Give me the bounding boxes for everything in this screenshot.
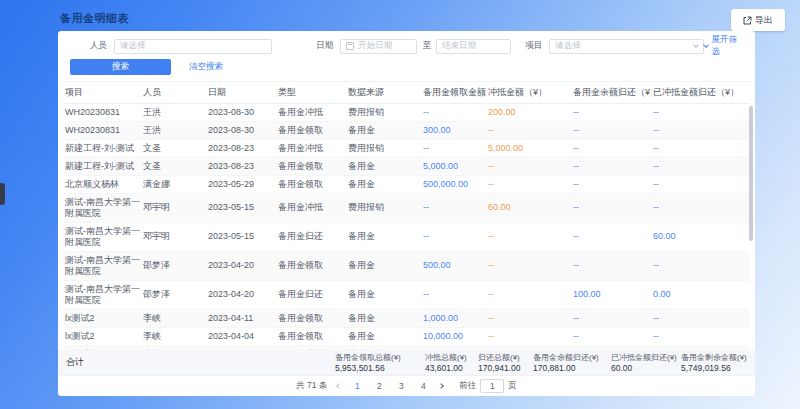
table-row[interactable]: WH20230831王洪2023-08-30备用金领取备用金300.00----… (64, 121, 749, 139)
cell-col-0: WH20230831 (64, 103, 142, 121)
summary-item-value: 5,953,501.56 (335, 363, 425, 373)
cell-col-7: -- (572, 251, 652, 280)
cell-col-8: -- (652, 157, 749, 175)
cell-col-8: -- (652, 103, 749, 121)
page-button-2[interactable]: 2 (373, 381, 385, 391)
cell-col-3: 备用金冲抵 (277, 103, 347, 121)
page-button-3[interactable]: 3 (395, 381, 407, 391)
person-select[interactable]: 请选择 (114, 39, 272, 54)
cell-col-7: -- (572, 309, 652, 327)
cell-col-2: 2023-08-23 (207, 157, 277, 175)
export-button-label: 导出 (755, 14, 773, 27)
chevron-left-icon (337, 383, 343, 389)
column-header-1: 人员 (142, 82, 207, 103)
cell-col-7: -- (572, 345, 652, 350)
table-row[interactable]: 测试-南昌大学第一附属医院邓宇明2023-05-15备用金归还备用金------… (64, 222, 749, 251)
cell-col-7: -- (572, 157, 652, 175)
summary-row: 合计 备用金领取总额(¥)5,953,501.56冲抵总额(¥)43,601.0… (58, 350, 755, 376)
chevron-down-icon (703, 42, 709, 48)
goto-page-input[interactable] (480, 379, 504, 393)
table-row[interactable]: WH20230831王洪2023-08-30备用金冲抵费用报销--200.00-… (64, 103, 749, 121)
person-select-placeholder: 请选择 (120, 40, 146, 52)
summary-item-label: 备用金领取总额(¥) (335, 353, 425, 362)
date-range-separator: 至 (422, 40, 431, 52)
expand-filters-link[interactable]: 展开筛选 (704, 34, 746, 58)
start-date-input[interactable]: 开始日期 (340, 39, 417, 54)
cell-col-8: -- (652, 327, 749, 345)
cell-col-5: 500.00 (422, 251, 487, 280)
summary-item-5: 备用金剩余金额(¥)5,749,019.56 (681, 353, 749, 373)
cell-col-8: -- (652, 309, 749, 327)
cell-col-7: -- (572, 193, 652, 222)
cell-col-6: -- (487, 157, 572, 175)
scrollbar[interactable] (749, 106, 753, 241)
search-button[interactable]: 搜索 (70, 59, 171, 75)
total-count: 共 71 条 (296, 380, 327, 392)
cell-col-6: -- (487, 121, 572, 139)
cell-col-1: 邓宇明 (142, 222, 207, 251)
table-row[interactable]: lx测试2李峡2023-04-11备用金领取备用金1,000.00------ (64, 309, 749, 327)
next-page-button[interactable] (436, 381, 446, 391)
summary-item-1: 冲抵总额(¥)43,601.00 (425, 353, 478, 373)
cell-col-8: 0.00 (652, 280, 749, 309)
table-row[interactable]: 测试-南昌大学第一附属医院邓宇明2023-05-15备用金冲抵费用报销--60.… (64, 193, 749, 222)
cell-col-2: 2023-04-20 (207, 251, 277, 280)
cell-col-7: -- (572, 103, 652, 121)
clear-search-link[interactable]: 清空搜索 (189, 61, 223, 73)
cell-col-2: 2023-08-30 (207, 103, 277, 121)
cell-col-1: 邵梦泽 (142, 251, 207, 280)
table-row[interactable]: 测试-南昌大学第一附属医院邵梦泽2023-04-20备用金领取备用金500.00… (64, 251, 749, 280)
cell-col-7: -- (572, 327, 652, 345)
cell-col-0: WH20230831 (64, 121, 142, 139)
project-select[interactable]: 请选择 (549, 39, 703, 54)
table-row[interactable]: 新建工程-刘-测试文圣2023-08-23备用金领取备用金5,000.00---… (64, 157, 749, 175)
cell-col-5: 1,000.00 (422, 309, 487, 327)
goto-prefix-label: 前往 (459, 380, 476, 392)
prev-page-button[interactable] (334, 381, 344, 391)
cell-col-8: -- (652, 175, 749, 193)
cell-col-0: 测试-南昌大学第一附属医院 (64, 222, 142, 251)
petty-cash-table: 项目人员日期类型数据来源备用金领取金额（¥）冲抵金额（¥）备用金余额归还（¥）已… (64, 82, 749, 350)
cell-col-5: -- (422, 280, 487, 309)
cell-col-5: -- (422, 193, 487, 222)
filter-area: 人员 请选择 日期 开始日期 至 结束日期 项目 请选择 展开筛选 (58, 31, 755, 82)
cell-col-6: 3,000.00 (487, 345, 572, 350)
drawer-handle[interactable] (0, 183, 5, 205)
cell-col-1: 邵梦泽 (142, 280, 207, 309)
cell-col-6: 200.00 (487, 103, 572, 121)
table-row[interactable]: lx测试2李峡2023-04-04备用金领取备用金10,000.00------ (64, 327, 749, 345)
summary-item-3: 备用金余额归还(¥)170,881.00 (533, 353, 611, 373)
project-filter-label: 项目 (525, 40, 542, 52)
export-button[interactable]: 导出 (731, 9, 785, 31)
cell-col-4: 备用金 (347, 280, 422, 309)
cell-col-0: lx测试2 (64, 309, 142, 327)
cell-col-2: 2023-08-23 (207, 139, 277, 157)
cell-col-0: lx测试2 (64, 327, 142, 345)
column-header-3: 类型 (277, 82, 347, 103)
end-date-input[interactable]: 结束日期 (436, 39, 511, 54)
table-row[interactable]: 北京顺义杨林满金娜2023-05-29备用金领取备用金500,000.00---… (64, 175, 749, 193)
summary-item-4: 已冲抵金额归还(¥)60.00 (611, 353, 681, 373)
summary-item-value: 5,749,019.56 (681, 363, 749, 373)
cell-col-0: 新建工程-刘-测试 (64, 139, 142, 157)
cell-col-2: 2023-04-11 (207, 309, 277, 327)
cell-col-3: 备用金领取 (277, 157, 347, 175)
chevron-down-icon (693, 42, 699, 48)
summary-item-label: 冲抵总额(¥) (425, 353, 478, 362)
calendar-icon (346, 42, 354, 50)
summary-item-value: 170,881.00 (533, 363, 611, 373)
cell-col-7: -- (572, 175, 652, 193)
table-row[interactable]: 测试-南昌大学第一附属医院邵梦泽2023-04-20备用金归还备用金----10… (64, 280, 749, 309)
cell-col-6: -- (487, 175, 572, 193)
table-row[interactable]: 新建工程-刘-测试文圣2023-08-23备用金冲抵费用报销--5,000.00… (64, 139, 749, 157)
summary-item-value: 60.00 (611, 363, 681, 373)
cell-col-8: -- (652, 251, 749, 280)
cell-col-8: 60.00 (652, 222, 749, 251)
cell-col-3: 备用金冲抵 (277, 193, 347, 222)
cell-col-2: 2023-04-04 (207, 345, 277, 350)
page-button-4[interactable]: 4 (417, 381, 429, 391)
cell-col-2: 2023-08-30 (207, 121, 277, 139)
page-button-1[interactable]: 1 (351, 381, 363, 391)
goto-suffix-label: 页 (508, 380, 517, 392)
table-row[interactable]: lx测试2李峡2023-04-04备用金冲抵费用报销--3,000.00---- (64, 345, 749, 350)
